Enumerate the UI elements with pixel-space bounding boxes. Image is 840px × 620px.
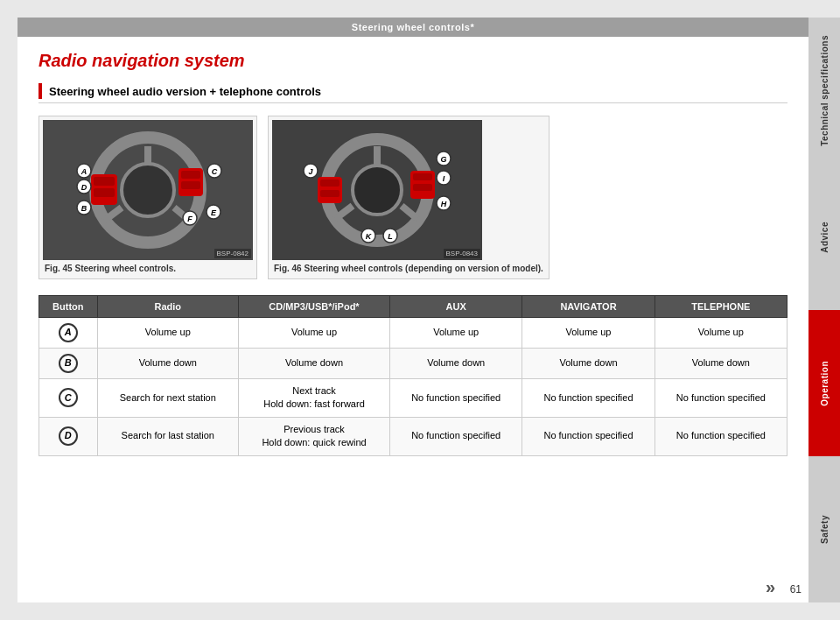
button-circle-c: C [59,388,78,407]
svg-text:A: A [80,167,88,176]
cell-navigator: Volume up [522,318,654,349]
fig46-label: Fig. 46 [274,264,302,273]
cell-navigator: Volume down [522,349,654,379]
sidebar-item-safety[interactable]: Safety [808,456,840,602]
cell-button: B [39,349,98,379]
table-row: CSearch for next stationNext track Hold … [39,379,788,418]
cell-telephone: No function specified [654,379,787,418]
table-row: BVolume downVolume downVolume downVolume… [39,349,788,379]
cell-aux: Volume up [390,318,522,349]
figure-45-box: A B C D E [38,116,257,279]
svg-rect-7 [94,177,115,186]
svg-text:C: C [212,167,218,176]
cell-navigator: No function specified [522,417,654,455]
col-telephone: TELEPHONE [654,296,787,318]
svg-rect-8 [94,188,115,197]
header-title: Steering wheel controls* [352,22,474,32]
svg-rect-31 [320,180,340,187]
svg-rect-34 [413,173,432,180]
main-content: Steering wheel controls* Radio navigatio… [18,18,808,602]
cell-radio: Volume down [97,349,238,379]
page-header: Steering wheel controls* [18,18,808,37]
images-row: A B C D E [38,116,788,279]
sidebar-label-safety: Safety [820,515,830,544]
cell-radio: Volume up [97,318,238,349]
figure-46-image: G H I J K [272,120,482,260]
sidebar-label-technical: Technical specifications [820,35,830,146]
cell-button: D [39,417,98,455]
col-cd: CD/MP3/USB*/iPod* [238,296,389,318]
col-radio: Radio [97,296,238,318]
svg-text:L: L [388,232,393,241]
button-circle-d: D [59,426,78,446]
cell-cd: Volume up [238,318,389,349]
fig45-label: Fig. 45 [45,264,73,273]
cell-cd: Volume down [238,349,389,379]
cell-telephone: Volume down [654,349,787,379]
figure-46-caption: Fig. 46 Steering wheel controls (dependi… [272,260,545,275]
cell-button: A [39,318,98,349]
button-circle-b: B [59,354,78,373]
fig46-text: Steering wheel controls (depending on ve… [304,264,542,273]
section-title: Steering wheel audio version + telephone… [49,85,321,98]
bsp-label-45: BSP-0842 [214,249,251,258]
sidebar-item-advice[interactable]: Advice [808,164,840,310]
cell-button: C [39,379,98,418]
cell-aux: No function specified [390,417,522,455]
svg-rect-10 [181,171,200,179]
cell-aux: No function specified [390,379,522,418]
sidebar-item-technical[interactable]: Technical specifications [808,18,840,164]
sidebar-item-operation[interactable]: Operation [808,310,840,456]
col-navigator: NAVIGATOR [522,296,654,318]
sidebar-label-advice: Advice [820,222,830,253]
double-chevron-icon: » [766,577,775,597]
cell-navigator: No function specified [522,379,654,418]
figure-45-caption: Fig. 45 Steering wheel controls. [43,260,253,275]
cell-telephone: No function specified [654,417,787,455]
section-header: Steering wheel audio version + telephone… [38,83,788,103]
cell-aux: Volume down [390,349,522,379]
table-body: AVolume upVolume upVolume upVolume upVol… [39,318,788,456]
bsp-label-46: BSP-0843 [444,249,480,258]
svg-text:B: B [81,204,88,213]
sidebar-label-operation: Operation [820,361,830,406]
content-body: Radio navigation system Steering wheel a… [18,37,808,470]
svg-text:F: F [187,215,192,223]
cell-telephone: Volume up [654,318,787,349]
table-header-row: Button Radio CD/MP3/USB*/iPod* AUX NAVIG… [39,296,788,318]
svg-point-2 [122,164,174,216]
figure-45-image: A B C D E [43,120,253,260]
cell-radio: Search for next station [97,379,238,418]
svg-text:E: E [211,208,217,217]
svg-rect-32 [320,190,340,197]
section-bar [38,83,42,99]
page-title: Radio navigation system [38,51,788,71]
svg-text:H: H [441,200,447,208]
figure-46-box: G H I J K [268,116,550,279]
controls-table: Button Radio CD/MP3/USB*/iPod* AUX NAVIG… [38,295,788,456]
col-aux: AUX [390,296,522,318]
table-row: DSearch for last stationPrevious track H… [39,417,788,455]
cell-cd: Next track Hold down: fast forward [238,379,389,418]
svg-text:D: D [81,183,88,192]
controls-table-container: Button Radio CD/MP3/USB*/iPod* AUX NAVIG… [38,295,788,456]
fig45-text: Steering wheel controls. [74,264,176,273]
svg-text:G: G [440,155,446,164]
cell-radio: Search for last station [97,417,238,455]
page-number: 61 [790,583,802,595]
sidebar: Technical specifications Advice Operatio… [808,18,840,602]
svg-point-26 [353,166,402,215]
col-button: Button [39,296,98,318]
svg-rect-35 [413,184,432,191]
button-circle-a: A [59,323,78,342]
svg-rect-11 [181,181,200,189]
cell-cd: Previous track Hold down: quick rewind [238,417,389,455]
table-row: AVolume upVolume upVolume upVolume upVol… [39,318,788,349]
